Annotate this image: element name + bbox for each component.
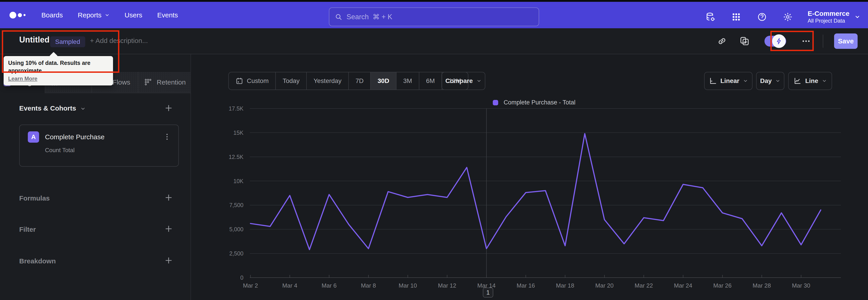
date-range-selector: Custom Today Yesterday 7D 30D 3M 6M 12M (228, 72, 468, 90)
breakdown-section-label: Breakdown (19, 257, 56, 265)
formulas-section-label: Formulas (19, 194, 50, 202)
compare-button[interactable]: Compare (441, 72, 485, 90)
apps-grid-icon[interactable] (730, 11, 742, 23)
svg-text:Mar 4: Mar 4 (282, 282, 297, 289)
event-row-complete-purchase[interactable]: A Complete Purchase Count Total (19, 125, 179, 167)
tooltip-text: Using 10% of data. Results are approxima… (8, 59, 108, 74)
svg-text:12.5K: 12.5K (229, 154, 244, 160)
add-formula-button[interactable] (164, 192, 174, 203)
svg-text:Mar 28: Mar 28 (753, 282, 771, 289)
nav-menu: Boards Reports Users Events (41, 11, 178, 19)
svg-text:10K: 10K (234, 178, 244, 184)
add-event-button[interactable] (164, 103, 174, 113)
svg-text:Mar 6: Mar 6 (322, 282, 337, 289)
chevron-down-icon (822, 79, 827, 83)
svg-text:0: 0 (240, 274, 243, 281)
mixpanel-insights-report: Boards Reports Users Events (0, 0, 868, 300)
range-yesterday[interactable]: Yesterday (307, 72, 349, 90)
more-options-icon[interactable] (800, 35, 812, 47)
help-icon[interactable] (756, 11, 768, 23)
learn-more-link[interactable]: Learn More (8, 76, 37, 82)
retention-dots-icon (144, 78, 153, 87)
nav-right-cluster: E-Commerce All Project Data (705, 4, 860, 30)
annotation-marker[interactable]: 1 (483, 288, 493, 298)
data-management-icon[interactable] (705, 11, 716, 23)
events-cohorts-header[interactable]: Events & Cohorts (19, 104, 86, 112)
chevron-down-icon (775, 79, 780, 83)
chart-panel: Custom Today Yesterday 7D 30D 3M 6M 12M … (191, 54, 868, 300)
chevron-down-icon (743, 79, 748, 83)
report-header: Untitled Sampled + Add description... (0, 28, 868, 54)
svg-text:Mar 20: Mar 20 (595, 282, 614, 289)
chevron-down-icon (476, 79, 482, 83)
event-name: Complete Purchase (45, 133, 104, 141)
event-metric[interactable]: Count Total (45, 147, 74, 154)
report-title[interactable]: Untitled (19, 35, 50, 44)
svg-text:Mar 8: Mar 8 (361, 282, 376, 289)
range-3m[interactable]: 3M (397, 72, 419, 90)
svg-text:Mar 12: Mar 12 (438, 282, 456, 289)
chevron-down-icon (105, 13, 110, 18)
add-description-field[interactable]: + Add description... (90, 37, 148, 44)
window-top-edge (0, 0, 868, 2)
svg-text:15K: 15K (234, 129, 244, 136)
add-filter-button[interactable] (164, 224, 174, 234)
add-to-board-icon[interactable] (739, 35, 750, 47)
svg-text:7,500: 7,500 (229, 202, 243, 208)
sampling-tooltip: Using 10% of data. Results are approxima… (4, 56, 113, 86)
svg-text:17.5K: 17.5K (229, 106, 244, 112)
search-input[interactable] (346, 13, 533, 21)
svg-text:Mar 10: Mar 10 (399, 282, 417, 289)
scale-dropdown[interactable]: Linear (704, 72, 752, 90)
report-actions: Save (716, 28, 858, 54)
range-30d[interactable]: 30D (371, 72, 396, 90)
share-link-icon[interactable] (716, 35, 728, 47)
nav-item-users[interactable]: Users (125, 11, 142, 19)
nav-item-reports[interactable]: Reports (78, 11, 110, 19)
svg-text:Mar 18: Mar 18 (556, 282, 575, 289)
range-today[interactable]: Today (276, 72, 307, 90)
divider (823, 35, 823, 48)
nav-item-boards[interactable]: Boards (41, 11, 63, 19)
svg-text:Mar 30: Mar 30 (792, 282, 810, 289)
interval-dropdown[interactable]: Day (756, 72, 784, 90)
project-scope: All Project Data (808, 18, 849, 24)
chevron-down-icon (80, 106, 86, 112)
chart-type-dropdown[interactable]: Line (788, 72, 832, 90)
tab-retention[interactable]: Retention (138, 72, 191, 93)
chevron-down-icon (855, 14, 860, 20)
axis-linear-icon (709, 77, 717, 85)
calendar-icon (236, 77, 243, 85)
line-chart-icon (794, 77, 802, 85)
svg-text:Mar 22: Mar 22 (635, 282, 653, 289)
range-6m[interactable]: 6M (419, 72, 442, 90)
search-icon (335, 13, 342, 21)
top-navbar: Boards Reports Users Events (0, 2, 868, 28)
insights-line-chart[interactable]: 17.5K15K12.5K10K7,5005,0002,5000Mar 2Mar… (191, 95, 868, 300)
lightning-bolt-icon (772, 34, 786, 48)
svg-text:Mar 16: Mar 16 (517, 282, 535, 289)
event-more-icon[interactable] (162, 132, 172, 142)
sampling-toggle[interactable] (765, 36, 786, 47)
mixpanel-logo-icon[interactable] (9, 12, 26, 19)
query-builder-panel: Insights Funnels (0, 54, 191, 300)
range-7d[interactable]: 7D (349, 72, 371, 90)
settings-gear-icon[interactable] (782, 11, 794, 23)
svg-text:Mar 24: Mar 24 (674, 282, 692, 289)
nav-item-events[interactable]: Events (157, 11, 178, 19)
sampled-badge[interactable]: Sampled (50, 36, 85, 47)
svg-text:Mar 2: Mar 2 (243, 282, 258, 289)
range-custom[interactable]: Custom (229, 72, 276, 90)
svg-text:5,000: 5,000 (229, 226, 243, 232)
svg-text:Mar 26: Mar 26 (713, 282, 732, 289)
svg-text:2,500: 2,500 (229, 250, 243, 257)
project-switcher[interactable]: E-Commerce All Project Data (808, 10, 860, 24)
event-letter-badge: A (28, 131, 39, 143)
add-breakdown-button[interactable] (164, 256, 174, 265)
global-search[interactable] (329, 7, 539, 26)
project-name: E-Commerce (808, 10, 849, 18)
filter-section-label: Filter (19, 226, 36, 233)
save-button[interactable]: Save (834, 33, 858, 49)
